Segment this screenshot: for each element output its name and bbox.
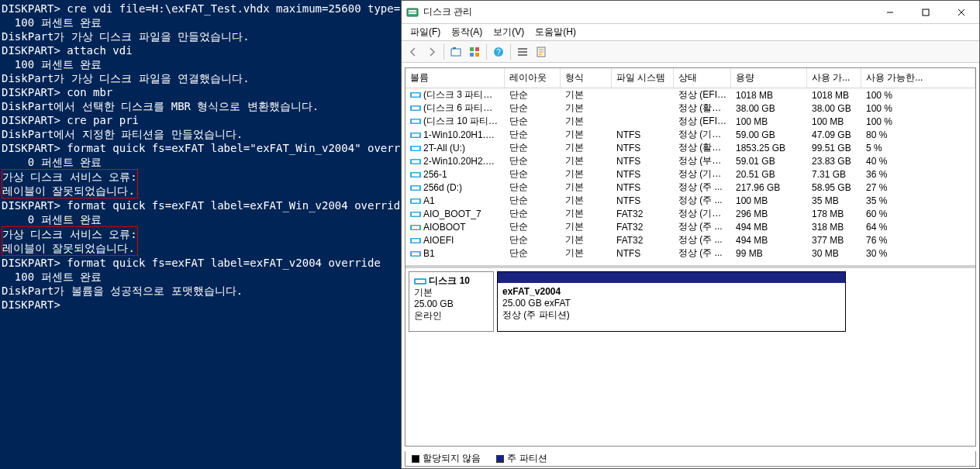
swatch-primary-icon xyxy=(496,455,504,463)
svg-rect-22 xyxy=(412,107,419,110)
volume-list[interactable]: 볼륨 레이아웃 형식 파일 시스템 상태 용량 사용 가... 사용 가능한..… xyxy=(405,68,975,268)
volume-row[interactable]: 2T-All (U:)단순기본NTFS정상 (활성...1853.25 GB99… xyxy=(405,141,975,154)
volume-icon xyxy=(410,157,421,166)
toolbar-separator xyxy=(486,44,487,60)
partition-size: 25.00 GB exFAT xyxy=(502,298,571,309)
disk-management-body: 볼륨 레이아웃 형식 파일 시스템 상태 용량 사용 가... 사용 가능한..… xyxy=(405,67,976,447)
volume-icon xyxy=(410,184,421,192)
svg-rect-12 xyxy=(475,53,479,57)
disk-size: 25.00 GB xyxy=(414,298,454,309)
terminal-line: DiskPart가 가상 디스크 파일을 만들었습니다. xyxy=(2,29,401,43)
legend: 할당되지 않음 주 파티션 xyxy=(405,451,976,467)
window-title: 디스크 관리 xyxy=(423,5,872,19)
svg-rect-42 xyxy=(412,239,419,242)
app-icon xyxy=(406,6,419,19)
col-layout[interactable]: 레이아웃 xyxy=(505,68,561,88)
volume-row[interactable]: 1-Win10.20H1.PR...단순기본NTFS정상 (기본...59.00… xyxy=(405,128,975,141)
svg-rect-32 xyxy=(412,173,419,176)
volume-row[interactable]: (디스크 6 파티션 1)단순기본정상 (활성...38.00 GB38.00 … xyxy=(405,102,975,115)
volume-icon xyxy=(410,210,421,219)
refresh-button[interactable] xyxy=(466,43,483,60)
legend-unallocated-label: 할당되지 않음 xyxy=(423,452,481,465)
error-message: 가상 디스크 서비스 오류:레이블이 잘못되었습니다. xyxy=(2,169,138,198)
disk-name: 디스크 10 xyxy=(429,275,470,286)
volume-icon xyxy=(410,197,421,205)
terminal-line: 0 퍼센트 완료 xyxy=(2,155,401,169)
terminal-line: DISKPART> con mbr xyxy=(2,85,401,99)
disk-icon xyxy=(414,277,426,286)
disk-state: 온라인 xyxy=(414,310,442,321)
minimize-button[interactable] xyxy=(872,1,908,23)
terminal-line: DISKPART> format quick fs=exFAT label="e… xyxy=(2,141,401,155)
svg-rect-28 xyxy=(412,147,419,150)
col-available[interactable]: 사용 가... xyxy=(807,68,861,88)
col-filesystem[interactable]: 파일 시스템 xyxy=(612,68,674,88)
svg-rect-40 xyxy=(412,226,419,229)
col-status[interactable]: 상태 xyxy=(674,68,731,88)
terminal-line: 0 퍼센트 완료 xyxy=(2,212,401,226)
svg-rect-30 xyxy=(412,160,419,163)
volume-row[interactable]: 2-Win10.20H2.En...단순기본NTFS정상 (부팅...59.01… xyxy=(405,154,975,167)
back-button[interactable] xyxy=(405,43,422,60)
svg-text:?: ? xyxy=(496,48,501,57)
menu-help[interactable]: 도움말(H) xyxy=(530,24,581,40)
volume-row[interactable]: B1단순기본NTFS정상 (주 ...99 MB30 MB30 % xyxy=(405,247,975,260)
terminal-line: DiskPart에서 선택한 디스크를 MBR 형식으로 변환했습니다. xyxy=(2,99,401,113)
maximize-button[interactable] xyxy=(908,1,944,23)
svg-rect-26 xyxy=(412,133,419,136)
volume-row[interactable]: AIOBOOT단순기본FAT32정상 (주 ...494 MB318 MB64 … xyxy=(405,220,975,233)
disk-graphical-view[interactable]: 디스크 10 기본 25.00 GB 온라인 exFAT_v2004 25.00… xyxy=(405,268,975,446)
disk-info-panel[interactable]: 디스크 10 기본 25.00 GB 온라인 xyxy=(409,271,494,332)
close-button[interactable] xyxy=(944,1,979,23)
forward-button[interactable] xyxy=(423,43,440,60)
partition-status: 정상 (주 파티션) xyxy=(502,309,570,320)
disk-partition[interactable]: exFAT_v2004 25.00 GB exFAT 정상 (주 파티션) xyxy=(497,271,846,332)
volume-icon xyxy=(410,223,421,232)
disk-row[interactable]: 디스크 10 기본 25.00 GB 온라인 exFAT_v2004 25.00… xyxy=(409,271,972,332)
menu-view[interactable]: 보기(V) xyxy=(488,24,530,40)
col-volume[interactable]: 볼륨 xyxy=(405,68,505,88)
disk-type: 기본 xyxy=(414,287,433,298)
volume-row[interactable]: 256-1단순기본NTFS정상 (기본...20.51 GB7.31 GB36 … xyxy=(405,167,975,181)
volume-icon xyxy=(410,91,421,99)
terminal-line: DiskPart가 가상 디스크 파일을 연결했습니다. xyxy=(2,71,401,85)
svg-rect-15 xyxy=(518,48,527,50)
list-button[interactable] xyxy=(514,43,531,60)
volume-row[interactable]: 256d (D:)단순기본NTFS정상 (주 ...217.96 GB58.95… xyxy=(405,181,975,194)
terminal-line: 100 퍼센트 완료 xyxy=(2,57,401,71)
help-button[interactable]: ? xyxy=(490,43,507,60)
svg-rect-7 xyxy=(451,49,461,56)
menu-file[interactable]: 파일(F) xyxy=(405,24,446,40)
svg-rect-2 xyxy=(409,12,416,14)
up-button[interactable] xyxy=(447,43,464,60)
col-capacity[interactable]: 용량 xyxy=(731,68,807,88)
legend-primary-label: 주 파티션 xyxy=(507,452,547,465)
partition-label: exFAT_v2004 xyxy=(502,286,561,297)
svg-rect-17 xyxy=(518,54,527,56)
volume-row[interactable]: AIO_BOOT_7단순기본FAT32정상 (기본...296 MB178 MB… xyxy=(405,207,975,220)
diskpart-terminal[interactable]: DISKPART> cre vdi file=H:\exFAT_Test.vhd… xyxy=(0,0,401,469)
svg-rect-20 xyxy=(412,94,419,97)
volume-row[interactable]: (디스크 10 파티션...단순기본정상 (EFI ...100 MB100 M… xyxy=(405,115,975,128)
volume-row[interactable]: A1단순기본NTFS정상 (주 ...100 MB35 MB35 % xyxy=(405,194,975,207)
menubar: 파일(F) 동작(A) 보기(V) 도움말(H) xyxy=(402,24,979,41)
volume-row[interactable]: (디스크 3 파티션 1)단순기본정상 (EFI ...1018 MB1018 … xyxy=(405,88,975,102)
volume-row[interactable]: AIOEFI단순기본FAT32정상 (주 ...494 MB377 MB76 % xyxy=(405,233,975,247)
titlebar[interactable]: 디스크 관리 xyxy=(402,1,979,24)
terminal-line: DISKPART> format quick fs=exFAT label=ex… xyxy=(2,198,401,212)
swatch-unallocated-icon xyxy=(412,455,419,463)
properties-button[interactable] xyxy=(533,43,550,60)
disk-management-window: 디스크 관리 파일(F) 동작(A) 보기(V) 도움말(H) ? 볼륨 레이아… xyxy=(401,0,980,469)
svg-rect-9 xyxy=(470,47,474,51)
col-type[interactable]: 형식 xyxy=(561,68,612,88)
volume-icon xyxy=(410,250,421,258)
menu-action[interactable]: 동작(A) xyxy=(446,24,488,40)
volume-icon xyxy=(410,117,421,126)
terminal-line: DISKPART> format quick fs=exFAT label=ex… xyxy=(2,256,401,270)
col-free[interactable]: 사용 가능한... xyxy=(861,68,975,88)
partition-body: exFAT_v2004 25.00 GB exFAT 정상 (주 파티션) xyxy=(498,283,845,324)
svg-rect-38 xyxy=(412,212,419,216)
legend-unallocated: 할당되지 않음 xyxy=(412,452,481,465)
svg-rect-24 xyxy=(412,120,419,123)
toolbar-separator xyxy=(443,44,444,60)
